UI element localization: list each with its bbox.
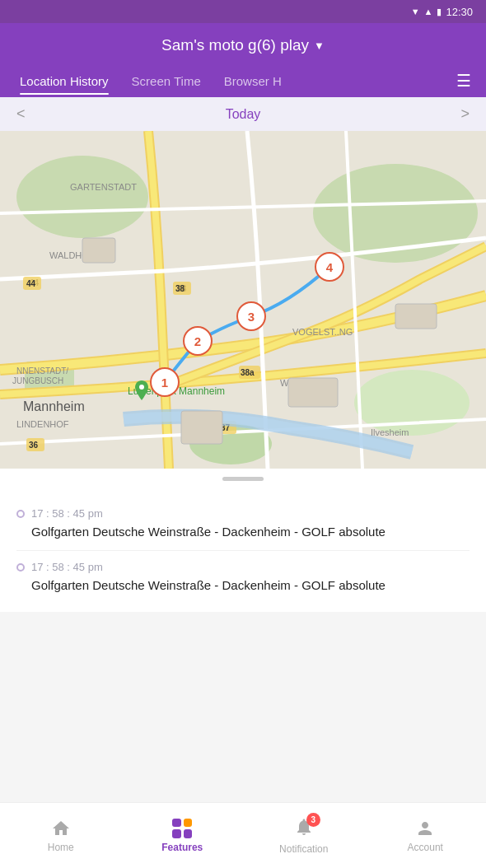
map-marker-1[interactable]: 1 <box>150 367 180 397</box>
marker-label-3: 3 <box>248 310 255 324</box>
svg-rect-32 <box>395 304 437 329</box>
nav-features[interactable]: Features <box>122 819 244 853</box>
svg-text:Ilvesheim: Ilvesheim <box>371 427 409 437</box>
location-name-1: Golfgarten Deutsche Weinstraße - Dackenh… <box>31 523 470 540</box>
nav-account-label: Account <box>408 842 443 853</box>
svg-text:44: 44 <box>26 279 36 288</box>
nav-account[interactable]: Account <box>365 819 487 853</box>
list-item[interactable]: 17 : 58 : 45 pm Golfgarten Deutsche Wein… <box>16 497 470 551</box>
status-time: 12:30 <box>446 6 473 18</box>
svg-point-34 <box>139 385 144 390</box>
date-navigation: < Today > <box>0 97 486 131</box>
time-dot-icon-2 <box>16 563 25 572</box>
device-title-row[interactable]: Sam's moto g(6) play ▼ <box>0 31 486 64</box>
time-value-1: 17 : 58 : 45 pm <box>31 507 103 520</box>
app-header: Sam's moto g(6) play ▼ Location History … <box>0 23 486 97</box>
tab-bar: Location History Screen Time Browser H ☰ <box>0 64 486 97</box>
svg-point-1 <box>16 156 148 238</box>
svg-text:GARTENSTADT: GARTENSTADT <box>70 182 137 192</box>
time-dot-icon <box>16 510 25 518</box>
tab-screen-time[interactable]: Screen Time <box>120 68 213 95</box>
prev-date-button[interactable]: < <box>16 105 26 123</box>
svg-text:38: 38 <box>175 284 185 293</box>
nav-home-label: Home <box>48 842 74 853</box>
notification-badge: 3 <box>306 813 320 827</box>
location-list: 17 : 58 : 45 pm Golfgarten Deutsche Wein… <box>0 489 486 612</box>
wifi-icon: ▼ <box>411 7 420 16</box>
map-marker-4[interactable]: 4 <box>315 252 344 282</box>
current-date-label: Today <box>226 107 261 122</box>
svg-text:NNENSTADT/: NNENSTADT/ <box>16 366 68 376</box>
nav-notification[interactable]: 3 Notification <box>243 817 365 855</box>
status-bar: ▼ ▲ ▮ 12:30 <box>0 0 486 23</box>
svg-text:LINDENHOF: LINDENHOF <box>16 419 69 429</box>
time-value-2: 17 : 58 : 45 pm <box>31 561 103 573</box>
location-name-2: Golfgarten Deutsche Weinstraße - Dackenh… <box>31 576 470 594</box>
home-icon <box>51 819 71 838</box>
drag-handle[interactable] <box>0 469 486 489</box>
location-pin-icon <box>132 380 152 405</box>
map-marker-2[interactable]: 2 <box>183 326 213 356</box>
list-item[interactable]: 17 : 58 : 45 pm Golfgarten Deutsche Wein… <box>16 551 470 604</box>
signal-icon: ▲ <box>424 7 433 16</box>
svg-text:36: 36 <box>29 441 39 450</box>
marker-label-2: 2 <box>194 334 201 348</box>
svg-rect-33 <box>82 238 115 263</box>
svg-text:JUNGBUSCH: JUNGBUSCH <box>12 376 63 385</box>
bottom-nav: Home Features 3 Notification Account <box>0 802 486 868</box>
tab-browser-history[interactable]: Browser H <box>213 68 293 95</box>
marker-label-4: 4 <box>326 260 333 274</box>
status-icons: ▼ ▲ ▮ 12:30 <box>411 6 473 18</box>
notification-wrapper: 3 <box>294 817 314 840</box>
hamburger-menu-icon[interactable]: ☰ <box>450 64 478 97</box>
battery-icon: ▮ <box>437 7 442 17</box>
location-time-1: 17 : 58 : 45 pm <box>16 507 470 520</box>
nav-notification-label: Notification <box>279 843 328 855</box>
map-background: 44 44 38 38 37 36 38a GARTENSTADT WALDHO… <box>0 131 486 469</box>
svg-rect-30 <box>181 411 222 444</box>
map-marker-3[interactable]: 3 <box>236 301 266 331</box>
location-time-2: 17 : 58 : 45 pm <box>16 561 470 573</box>
nav-home[interactable]: Home <box>0 819 122 853</box>
dropdown-arrow-icon[interactable]: ▼ <box>314 40 325 52</box>
tab-location-history[interactable]: Location History <box>8 68 120 95</box>
marker-label-1: 1 <box>161 376 168 390</box>
person-icon <box>415 819 435 838</box>
svg-rect-31 <box>288 378 338 407</box>
svg-text:VOGELST..NG: VOGELST..NG <box>292 327 353 337</box>
map-view[interactable]: 44 44 38 38 37 36 38a GARTENSTADT WALDHO… <box>0 131 486 469</box>
svg-text:Mannheim: Mannheim <box>23 399 85 413</box>
features-grid-icon <box>172 819 192 838</box>
svg-text:38a: 38a <box>241 368 255 377</box>
nav-features-label: Features <box>161 842 203 853</box>
drag-handle-bar <box>222 477 264 481</box>
next-date-button[interactable]: > <box>460 105 470 123</box>
device-name: Sam's moto g(6) play <box>161 36 309 54</box>
